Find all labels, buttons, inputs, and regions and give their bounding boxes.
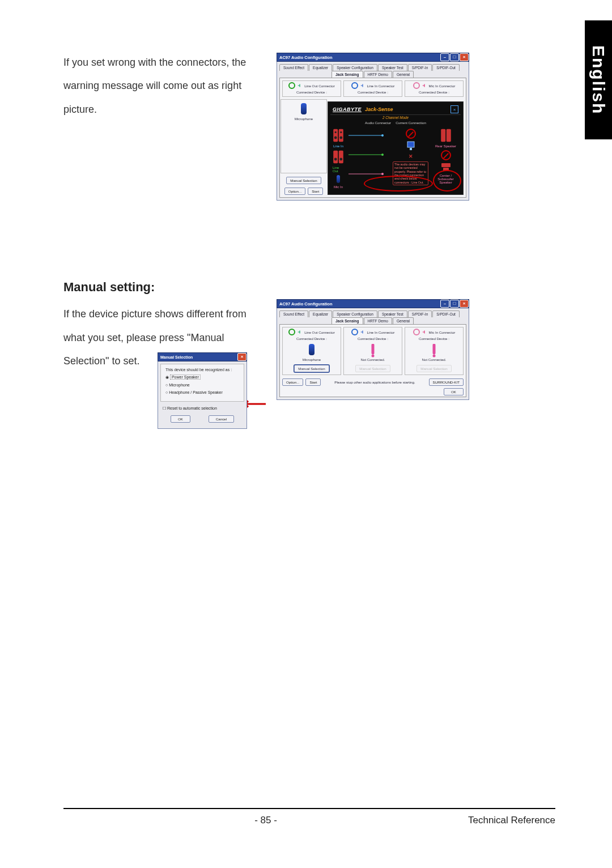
tab-general[interactable]: General: [393, 71, 414, 78]
reset-checkbox[interactable]: ☐ Reset to automatic selection: [163, 406, 242, 411]
window-controls: – □ ×: [440, 53, 469, 61]
tab-sound-effect[interactable]: Sound Effect: [279, 310, 308, 317]
svg-rect-7: [339, 151, 343, 163]
tab-jack-sensing[interactable]: Jack Sensing: [332, 317, 363, 324]
option-button[interactable]: Option...: [282, 378, 303, 386]
language-label: English: [589, 45, 608, 114]
tab-spdif-in[interactable]: S/PDIF-In: [408, 64, 432, 71]
ok-button[interactable]: OK: [171, 415, 190, 423]
tab-spdif-in[interactable]: S/PDIF-In: [408, 310, 432, 317]
svg-point-8: [334, 158, 337, 161]
tab-speaker-test[interactable]: Speaker Test: [378, 64, 407, 71]
plug-icon: [422, 330, 427, 334]
speaker-pair-icon: [333, 129, 344, 142]
speaker-pair-icon: [333, 150, 344, 164]
mic-tag: Mic In: [334, 185, 343, 189]
plug-icon: [360, 83, 365, 88]
start-button[interactable]: Start: [308, 188, 323, 195]
surround-kit-button[interactable]: SURROUND-KIT: [429, 378, 464, 386]
jack-green-icon: [288, 329, 295, 335]
window-controls: – □ ×: [440, 300, 469, 308]
maximize-button[interactable]: □: [450, 300, 459, 308]
svg-point-2: [335, 131, 337, 133]
tab-spdif-out[interactable]: S/PDIF-Out: [432, 310, 460, 317]
svg-point-19: [372, 355, 375, 358]
exclamation-icon: [430, 344, 439, 358]
maximize-button[interactable]: □: [450, 53, 459, 61]
svg-point-11: [381, 154, 384, 156]
close-button[interactable]: ×: [460, 53, 469, 61]
please-stop-label: Please stop other audio applications bef…: [334, 380, 415, 384]
jack-green-icon: [288, 82, 295, 89]
svg-point-20: [433, 355, 436, 358]
tab-row: Sound Effect Equalizer Speaker Configura…: [279, 64, 466, 71]
not-connected-label: Not Connected.: [361, 358, 385, 361]
tab-equalizer[interactable]: Equalizer: [309, 64, 332, 71]
line-out-label: Line Out Connector: [304, 330, 335, 334]
line-in-label: Line In Connector: [367, 330, 395, 334]
rear-label: Rear Speaker: [435, 144, 456, 148]
tab-hrtf[interactable]: HRTF Demo: [364, 71, 392, 78]
tab-speaker-config[interactable]: Speaker Configuration: [333, 310, 377, 317]
line-in-tag: Line In: [333, 144, 343, 148]
tab-sound-effect[interactable]: Sound Effect: [279, 64, 308, 71]
close-button[interactable]: ×: [237, 353, 246, 361]
screenshot-manual: AC97 Audio Configuration – □ × Sound Eff…: [277, 299, 469, 400]
conn-col: Line In Line Out Mic In: [333, 129, 344, 189]
minimize-button[interactable]: –: [440, 300, 449, 308]
line-in-label: Line In Connector: [367, 84, 395, 88]
jack-sense-panel: GIGABYTE Jack-Sense × 2 Channel Mode Aud…: [328, 101, 464, 195]
manual-selection-button[interactable]: Manual Selection: [286, 177, 321, 184]
screenshot-warning: AC97 Audio Configuration – □ × Sound Eff…: [277, 53, 469, 201]
not-connected-icon: [441, 150, 451, 160]
ok-button[interactable]: OK: [444, 388, 464, 395]
tab-spdif-out[interactable]: S/PDIF-Out: [432, 64, 460, 71]
window-titlebar: AC97 Audio Configuration – □ ×: [277, 53, 469, 62]
center-sub-icon: [441, 163, 451, 172]
tab-general[interactable]: General: [393, 317, 414, 324]
radio-power-speaker[interactable]: ◉ Power Speaker: [165, 375, 239, 380]
mic-icon: [337, 175, 340, 183]
svg-point-3: [340, 131, 342, 133]
section-label: Technical Reference: [468, 815, 555, 826]
arrow-icon: ⟵: [244, 394, 266, 413]
connected-device-label: Connected Device :: [296, 90, 327, 94]
lines-col: [348, 129, 388, 189]
plug-icon: [298, 330, 302, 334]
option-button[interactable]: Option...: [284, 188, 305, 195]
warning-message: The audio devices may not be connected p…: [393, 161, 428, 185]
not-connected-label: Not Connected.: [422, 358, 447, 361]
svg-rect-13: [407, 142, 414, 147]
minimize-button[interactable]: –: [440, 53, 449, 61]
window-titlebar: AC97 Audio Configuration – □ ×: [277, 299, 469, 308]
tab-hrtf[interactable]: HRTF Demo: [364, 317, 392, 324]
start-button[interactable]: Start: [305, 378, 321, 386]
tab-jack-sensing[interactable]: Jack Sensing: [332, 71, 363, 78]
cancel-button[interactable]: Cancel: [209, 415, 234, 423]
manual-selection-button[interactable]: Manual Selection: [294, 365, 329, 372]
svg-point-10: [381, 134, 384, 137]
jack-line-out: Line Out Connector Connected Device :: [282, 80, 341, 97]
jack-pink-icon: [413, 82, 420, 89]
svg-rect-17: [441, 163, 450, 167]
tab-speaker-config[interactable]: Speaker Configuration: [333, 64, 377, 71]
tab-row2: Jack Sensing HRTF Demo General: [279, 317, 466, 324]
svg-rect-15: [441, 129, 445, 142]
radio-headphone[interactable]: ○ Headphone / Passive Speaker: [165, 390, 239, 394]
svg-rect-14: [410, 148, 412, 150]
plug-icon: [360, 330, 365, 334]
tab-panel: Line Out Connector Connected Device : Mi…: [279, 324, 466, 397]
device-label: Microphone: [295, 117, 313, 121]
tab-equalizer[interactable]: Equalizer: [309, 310, 332, 317]
tab-panel: Line Out Connector Connected Device : Li…: [279, 78, 466, 198]
svg-point-12: [381, 173, 384, 175]
speaker-small-icon: [440, 129, 452, 142]
close-icon[interactable]: ×: [450, 105, 458, 113]
tab-speaker-test[interactable]: Speaker Test: [378, 310, 407, 317]
close-button[interactable]: ×: [460, 300, 469, 308]
audio-conn-label: Audio Connector: [365, 121, 391, 125]
radio-microphone[interactable]: ○ Microphone: [165, 383, 239, 387]
lower-row: Microphone Manual Selection Option... St…: [282, 99, 464, 195]
svg-point-4: [334, 137, 337, 139]
prompt-label: This device should be recognized as :: [165, 368, 239, 372]
